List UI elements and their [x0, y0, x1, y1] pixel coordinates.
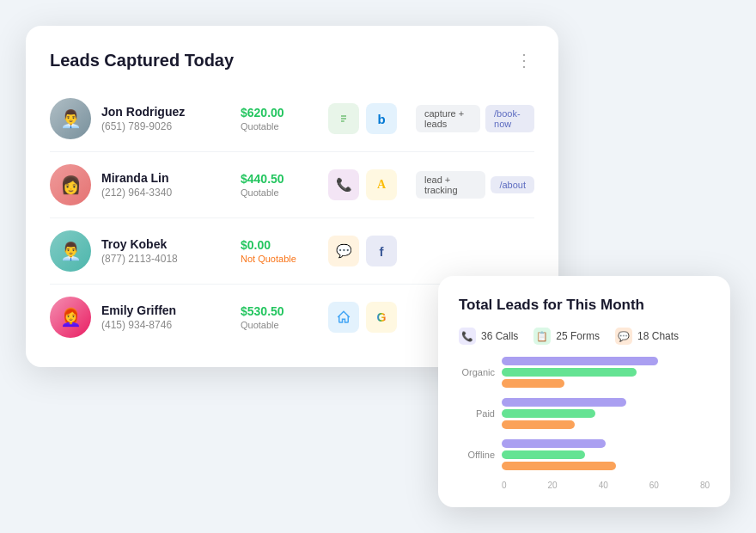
lead-value-troy: $0.00 Not Quotable: [241, 238, 318, 264]
lead-amount: $620.00: [241, 106, 318, 119]
legend-icon: 💬: [615, 328, 632, 345]
bars-container: [502, 357, 710, 388]
more-options-button[interactable]: ⋮: [515, 50, 534, 70]
avatar-jon: 👨‍💼: [50, 98, 91, 139]
lead-info-troy: Troy Kobek (877) 2113-4018: [101, 237, 230, 265]
x-axis: 020406080: [502, 481, 710, 490]
bar-1: [502, 450, 585, 459]
chart-card: Total Leads for This Month 📞36 Calls📋25 …: [438, 276, 730, 507]
x-axis-label: 60: [649, 481, 659, 490]
bar-group-organic: Organic: [459, 357, 710, 388]
lead-tag: /book-now: [485, 105, 534, 132]
legend-label: 18 Chats: [637, 330, 679, 342]
source-icon-bing[interactable]: b: [366, 103, 397, 134]
bar-2: [502, 462, 616, 470]
lead-name: Emily Griffen: [101, 303, 230, 317]
legend-icon: 📋: [533, 328, 551, 345]
bar-2: [502, 379, 564, 388]
lead-value-emily: $530.50 Quotable: [241, 304, 318, 330]
source-icon-call[interactable]: 📞: [328, 169, 359, 200]
source-icon-home[interactable]: [328, 302, 359, 333]
bar-2: [502, 420, 575, 429]
bar-group-label: Paid: [459, 408, 495, 419]
lead-tags-jon: capture + leads/book-now: [416, 105, 534, 132]
bars-container: [502, 398, 710, 429]
x-axis-label: 80: [700, 481, 710, 490]
bar-group-label: Offline: [459, 450, 495, 460]
lead-value-jon: $620.00 Quotable: [241, 106, 318, 132]
lead-tags-miranda: lead + tracking/about: [416, 171, 534, 199]
lead-info-jon: Jon Rodriguez (651) 789-9026: [101, 105, 230, 132]
lead-info-emily: Emily Griffen (415) 934-8746: [101, 303, 230, 331]
lead-status: Quotable: [241, 187, 318, 198]
bar-0: [502, 439, 606, 448]
bar-group-paid: Paid: [459, 398, 710, 429]
lead-status: Quotable: [241, 121, 318, 132]
bar-group-offline: Offline: [459, 439, 710, 470]
avatar-emily: 👩‍🦰: [50, 297, 91, 338]
lead-info-miranda: Miranda Lin (212) 964-3340: [101, 171, 230, 199]
lead-icons-troy: 💬f: [328, 236, 405, 266]
bars-container: [502, 439, 710, 470]
lead-name: Troy Kobek: [101, 237, 230, 251]
lead-row-troy[interactable]: 👨‍💼Troy Kobek (877) 2113-4018$0.00 Not Q…: [50, 217, 534, 284]
lead-phone: (415) 934-8746: [101, 319, 230, 331]
legend-item: 📞36 Calls: [459, 328, 518, 345]
source-icon-form[interactable]: [328, 103, 359, 134]
bar-0: [502, 357, 658, 365]
bar-0: [502, 398, 626, 407]
card-header: Leads Captured Today ⋮: [50, 50, 534, 70]
lead-amount: $0.00: [241, 238, 318, 252]
lead-amount: $530.50: [241, 304, 318, 318]
bar-1: [502, 409, 595, 418]
lead-icons-miranda: 📞A: [328, 169, 405, 200]
lead-tag: lead + tracking: [416, 171, 485, 199]
lead-phone: (212) 964-3340: [101, 187, 230, 199]
lead-phone: (877) 2113-4018: [101, 253, 230, 265]
x-axis-label: 0: [502, 481, 507, 490]
legend-item: 📋25 Forms: [533, 328, 600, 345]
avatar-miranda: 👩: [50, 164, 91, 205]
bar-1: [502, 368, 637, 377]
lead-row-jon[interactable]: 👨‍💼Jon Rodriguez (651) 789-9026$620.00 Q…: [50, 86, 534, 151]
legend-label: 25 Forms: [556, 330, 600, 342]
lead-row-miranda[interactable]: 👩Miranda Lin (212) 964-3340$440.50 Quota…: [50, 151, 534, 217]
x-axis-label: 40: [599, 481, 608, 490]
legend-icon: 📞: [459, 328, 476, 345]
chart-legend: 📞36 Calls📋25 Forms💬18 Chats: [459, 328, 710, 345]
source-icon-chat[interactable]: 💬: [328, 236, 359, 266]
chart-title: Total Leads for This Month: [459, 297, 710, 314]
lead-name: Jon Rodriguez: [101, 105, 230, 119]
lead-tag: capture + leads: [416, 105, 480, 132]
lead-icons-jon: b: [328, 103, 405, 134]
x-axis-label: 20: [548, 481, 558, 490]
source-icon-facebook[interactable]: f: [366, 236, 397, 266]
legend-label: 36 Calls: [481, 330, 518, 342]
lead-phone: (651) 789-9026: [101, 120, 230, 132]
lead-name: Miranda Lin: [101, 171, 230, 185]
source-icon-google[interactable]: G: [366, 302, 397, 333]
lead-status: Quotable: [241, 320, 318, 330]
lead-tag: /about: [491, 176, 534, 193]
source-icon-google-ads[interactable]: A: [366, 169, 397, 200]
avatar-troy: 👨‍💼: [50, 230, 91, 272]
lead-amount: $440.50: [241, 172, 318, 186]
card-title: Leads Captured Today: [50, 51, 234, 70]
lead-value-miranda: $440.50 Quotable: [241, 172, 318, 198]
lead-status: Not Quotable: [241, 254, 318, 264]
legend-item: 💬18 Chats: [615, 328, 679, 345]
lead-icons-emily: G: [328, 302, 405, 333]
bar-chart: OrganicPaidOffline: [459, 357, 710, 470]
bar-group-label: Organic: [459, 367, 495, 377]
